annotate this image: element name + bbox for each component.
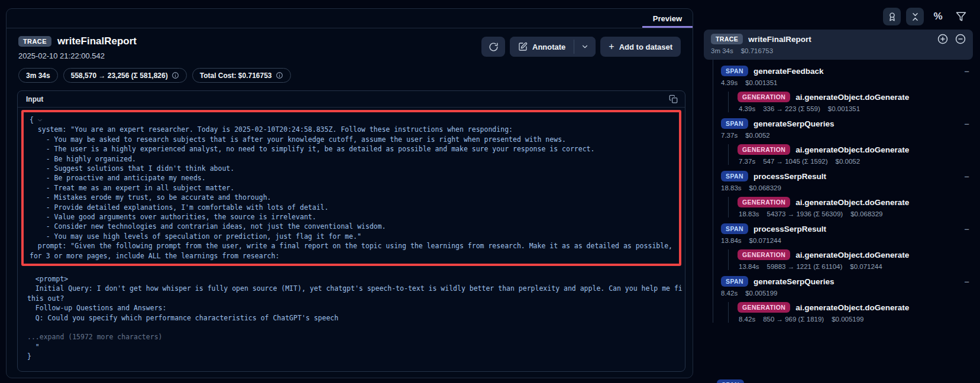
info-icon [276,72,283,79]
total-cost-pill[interactable]: Total Cost: $0.716753 [192,68,291,83]
trace-timestamp: 2025-02-10 21:22:00.542 [18,51,137,60]
trace-header: TRACE writeFinalReport 2025-02-10 21:22:… [7,28,693,83]
collapse-span-button[interactable]: − [964,119,969,128]
tree-node-generation[interactable]: GENERATION ai.generateObject.doGenerate … [728,249,973,270]
annotate-button[interactable]: Annotate [510,37,574,57]
trace-children: SPAN generateFeedback − 4.39s$0.001351 G… [713,60,973,323]
tree-node-generation[interactable]: GENERATION ai.generateObject.doGenerate … [728,197,973,218]
annotate-label: Annotate [532,43,565,51]
collapse-chevron-icon[interactable] [37,117,43,124]
code-closing: " } [27,342,683,362]
span-badge: SPAN [721,223,748,234]
tree-node-trace[interactable]: TRACE writeFinalReport 3m 34s $0.716753 [704,30,973,60]
tree-node-span[interactable]: SPAN generateSerpQueries − 8.42s$0.00519… [713,270,973,323]
trace-badge: TRACE [711,34,743,44]
trace-type-badge: TRACE [18,36,51,47]
scores-button[interactable] [883,8,901,25]
collapse-all-button[interactable] [906,8,924,25]
award-icon [887,12,897,22]
metric-pills: 3m 34s 558,570 → 23,256 (Σ 581,826) Tota… [18,68,681,83]
collapse-span-button[interactable]: − [964,225,969,233]
generation-badge: GENERATION [738,92,790,102]
comment-button[interactable] [481,37,505,57]
trace-detail-card: Preview TRACE writeFinalReport 2025-02-1… [6,8,693,378]
span-badge: SPAN [721,118,748,129]
sidebar-toolbar: % [883,8,970,25]
trace-duration: 3m 34s [711,47,733,54]
annotate-split-button: Annotate [510,37,596,57]
tab-preview[interactable]: Preview [642,9,693,28]
chevron-down-icon [581,43,589,51]
collapse-node-button[interactable] [955,34,966,44]
tree-node-generation[interactable]: GENERATION ai.generateObject.doGenerate … [728,92,973,112]
collapse-span-button[interactable]: − [964,67,969,76]
minus-circle-icon [955,34,966,44]
trace-tree: TRACE writeFinalReport 3m 34s $0.716753 … [704,30,973,323]
pencil-square-icon [518,42,528,51]
tab-bar: Preview [7,9,693,28]
expand-link[interactable]: ...expand (15972 more characters) [27,332,683,342]
trace-cost: $0.716753 [741,47,773,54]
percent-toggle-button[interactable]: % [929,8,947,25]
annotate-dropdown-button[interactable] [574,37,596,57]
generation-badge: GENERATION [738,249,790,260]
percent-icon: % [933,11,942,22]
generation-badge: GENERATION [738,144,790,155]
plus-circle-icon [937,34,948,44]
comment-icon [489,42,499,52]
tree-node-span[interactable]: SPAN generateSerpQueries − 7.37s$0.0052 … [713,112,973,165]
info-icon [172,72,179,79]
generation-badge: GENERATION [738,302,790,313]
input-json-view: { system: "You are an expert researcher.… [18,108,685,371]
trace-viewer-page: { "colors": { "accent_purple": "#8c81da"… [0,0,980,383]
add-to-dataset-label: Add to dataset [619,43,672,51]
input-panel-title: Input [26,95,43,103]
copy-button[interactable] [668,93,679,105]
code-body: <prompt> Initial Query: I don't get how … [27,274,683,323]
chevrons-down-up-icon [910,12,920,22]
tree-node-generation[interactable]: GENERATION ai.generateObject.doGenerate … [728,302,973,323]
tree-node-span[interactable]: SPAN processSerpResult − 13.84s$0.071244… [713,218,973,270]
tab-preview-label: Preview [653,14,682,23]
span-badge: SPAN [721,276,748,287]
copy-icon [669,95,678,103]
tree-node-span[interactable]: SPAN processSerpResult − 18.83s$0.068329… [713,165,973,218]
tree-node-generation[interactable]: GENERATION ai.generateObject.doGenerate … [728,144,973,165]
filter-button[interactable] [952,8,970,25]
add-to-dataset-button[interactable]: + Add to dataset [600,37,681,57]
collapse-span-button[interactable]: − [964,277,969,286]
span-badge: SPAN [721,66,748,76]
tokens-pill[interactable]: 558,570 → 23,256 (Σ 581,826) [63,68,187,83]
input-panel: Input { system: "You are an expert resea… [17,90,685,372]
red-highlight-box: { system: "You are an expert researcher.… [21,110,681,266]
page-title: writeFinalReport [57,35,137,47]
partial-span-badge[interactable]: SPAN [717,379,744,383]
generation-badge: GENERATION [738,197,790,207]
tree-node-span[interactable]: SPAN generateFeedback − 4.39s$0.001351 G… [713,60,973,112]
plus-icon: + [609,41,614,52]
collapse-span-button[interactable]: − [964,172,969,181]
header-actions: Annotate + Add to dataset [481,37,681,57]
highlighted-code: system: "You are an expert researcher. T… [30,125,673,261]
expand-all-button[interactable] [937,34,948,44]
funnel-icon [956,11,966,22]
span-badge: SPAN [721,171,748,181]
latency-pill: 3m 34s [18,68,58,83]
open-brace: { [30,115,34,125]
